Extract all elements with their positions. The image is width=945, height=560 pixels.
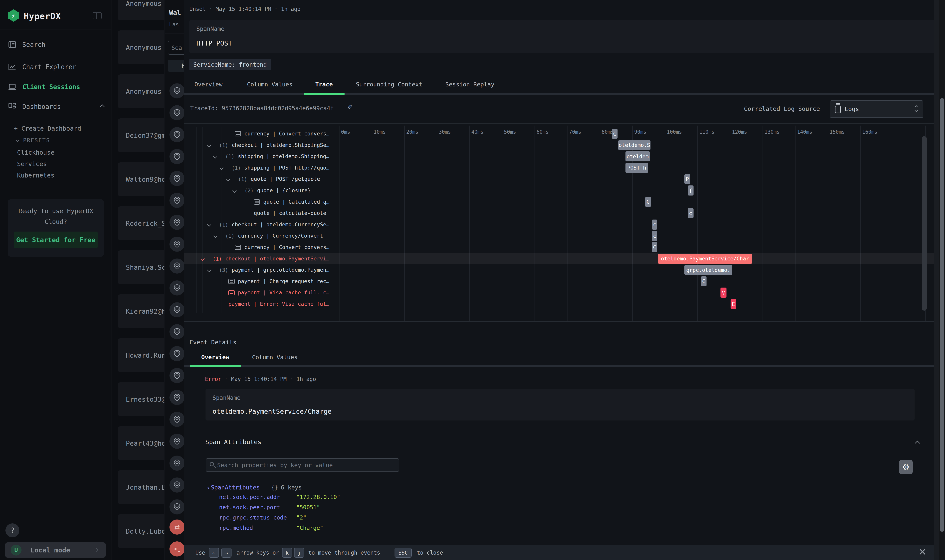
- span-duration-bar[interactable]: oteldemo.PaymentService/Char: [658, 254, 752, 264]
- session-pin-icon[interactable]: [170, 215, 184, 230]
- sidebar-item-chart-explorer[interactable]: Chart Explorer: [0, 58, 111, 76]
- edit-pencil-icon[interactable]: ✎: [347, 103, 353, 112]
- span-row-label[interactable]: checkout | oteldemo.ShippingSe…: [232, 142, 330, 148]
- span-row-label[interactable]: checkout | oteldemo.PaymentServi…: [225, 255, 329, 262]
- session-pin-icon[interactable]: [170, 302, 184, 317]
- session-pin-icon[interactable]: [170, 105, 184, 120]
- span-row-label[interactable]: payment | Visa cache full: c…: [238, 289, 329, 295]
- collapse-chevron-icon[interactable]: [226, 177, 230, 181]
- create-dashboard-button[interactable]: + Create Dashboard: [14, 125, 81, 132]
- span-duration-bar[interactable]: P: [684, 174, 690, 184]
- tab-surrounding-context[interactable]: Surrounding Context: [356, 81, 422, 88]
- span-row-label[interactable]: currency | Convert convers…: [244, 131, 330, 137]
- ed-tab-overview[interactable]: Overview: [201, 354, 230, 361]
- attribute-row[interactable]: rpc.grpc.status_code"2": [184, 514, 727, 523]
- collapse-chevron-icon[interactable]: [213, 234, 217, 238]
- span-row-label[interactable]: payment | Charge request rec…: [238, 278, 329, 284]
- span-row-label[interactable]: checkout | oteldemo.CurrencySe…: [232, 222, 330, 228]
- waterfall-scrollbar[interactable]: [922, 136, 927, 311]
- tab-session-replay[interactable]: Session Replay: [446, 81, 495, 88]
- session-pin-icon[interactable]: [170, 390, 184, 405]
- span-duration-bar[interactable]: C: [645, 197, 651, 207]
- service-name-badge[interactable]: ServiceName: frontend: [190, 59, 271, 70]
- local-mode-button[interactable]: U Local mode: [5, 542, 106, 558]
- session-pin-icon[interactable]: [170, 434, 184, 449]
- collapse-chevron-icon[interactable]: [207, 268, 211, 272]
- preset-item-kubernetes[interactable]: Kubernetes: [17, 172, 54, 179]
- error-terminal-icon[interactable]: >_: [170, 542, 184, 557]
- page-scrollbar-thumb[interactable]: [940, 98, 944, 532]
- attributes-settings-button[interactable]: ⚙: [899, 460, 913, 474]
- session-pin-icon[interactable]: [170, 83, 184, 98]
- presets-toggle[interactable]: PRESETS: [16, 137, 50, 143]
- sidebar-item-dashboards[interactable]: Dashboards: [0, 97, 111, 116]
- tab-overview[interactable]: Overview: [194, 81, 223, 88]
- session-pin-icon[interactable]: [170, 499, 184, 514]
- session-pin-icon[interactable]: [170, 171, 184, 186]
- span-duration-bar[interactable]: c: [652, 220, 657, 229]
- span-duration-bar[interactable]: C: [652, 242, 657, 252]
- span-row-label[interactable]: quote | POST /getquote: [251, 176, 320, 182]
- span-row-label[interactable]: quote | {closure}: [257, 188, 311, 193]
- span-duration-bar[interactable]: POST h: [626, 163, 648, 173]
- attributes-root-row[interactable]: ▾SpanAttributes{}6 keys: [207, 484, 302, 491]
- collapse-chevron-icon[interactable]: [220, 166, 224, 170]
- span-row-label[interactable]: quote | calculate-quote: [254, 210, 326, 216]
- collapse-chevron-icon[interactable]: [213, 154, 217, 158]
- session-pin-icon[interactable]: [170, 258, 184, 274]
- span-row-label[interactable]: payment | Error: Visa cache ful…: [228, 301, 329, 307]
- ed-tab-column-values[interactable]: Column Values: [252, 354, 298, 361]
- session-pin-icon[interactable]: [170, 346, 184, 361]
- session-filter-button[interactable]: H: [168, 60, 184, 72]
- session-pin-icon[interactable]: [170, 455, 184, 471]
- session-pin-icon[interactable]: [170, 193, 184, 208]
- span-duration-bar[interactable]: C: [612, 129, 618, 139]
- preset-item-clickhouse[interactable]: Clickhouse: [17, 149, 54, 156]
- error-swap-icon[interactable]: ⇄: [170, 520, 184, 535]
- session-user-name: Anonymous: [126, 0, 162, 8]
- span-duration-bar[interactable]: E: [731, 299, 736, 309]
- span-duration-bar[interactable]: c: [688, 208, 694, 218]
- attribute-row[interactable]: rpc.method"Charge": [184, 525, 727, 534]
- span-row-label[interactable]: currency | Convert convers…: [244, 244, 330, 250]
- session-pin-icon[interactable]: [170, 280, 184, 295]
- session-pin-icon[interactable]: [170, 127, 184, 142]
- help-button[interactable]: ?: [5, 523, 19, 537]
- session-pin-icon[interactable]: [170, 368, 184, 383]
- collapse-section-icon[interactable]: [915, 441, 920, 446]
- session-pin-icon[interactable]: [170, 237, 184, 252]
- span-duration-bar[interactable]: grpc.oteldemo.: [684, 265, 732, 275]
- span-duration-bar[interactable]: c: [652, 231, 657, 241]
- span-row-label[interactable]: currency | Currency/Convert: [238, 233, 323, 239]
- collapse-sidebar-icon[interactable]: [92, 12, 102, 19]
- span-duration-bar[interactable]: {: [688, 185, 694, 195]
- error-span-value: oteldemo.PaymentService/Charge: [213, 408, 331, 415]
- collapse-chevron-icon[interactable]: [233, 189, 237, 192]
- preset-item-services[interactable]: Services: [17, 160, 47, 168]
- span-duration-bar[interactable]: oteldem: [626, 151, 650, 162]
- attributes-search-input[interactable]: Search properties by key or value: [206, 458, 399, 472]
- sidebar-item-client-sessions[interactable]: Client Sessions: [0, 77, 111, 96]
- span-row-label[interactable]: payment | grpc.oteldemo.Paymen…: [232, 267, 330, 273]
- session-pin-icon[interactable]: [170, 477, 184, 492]
- log-source-select[interactable]: Logs: [830, 100, 923, 118]
- session-pin-icon[interactable]: [170, 412, 184, 427]
- attribute-row[interactable]: net.sock.peer.port"50051": [184, 504, 727, 513]
- span-row-label[interactable]: quote | Calculated q…: [263, 199, 330, 205]
- collapse-chevron-icon[interactable]: [207, 223, 211, 227]
- tab-column-values[interactable]: Column Values: [247, 81, 293, 88]
- span-row-label[interactable]: shipping | oteldemo.Shipping…: [238, 153, 329, 159]
- span-duration-bar[interactable]: C: [701, 276, 706, 286]
- attribute-row[interactable]: net.sock.peer.addr"172.28.0.10": [184, 494, 727, 503]
- tab-trace[interactable]: Trace: [315, 81, 333, 88]
- collapse-chevron-icon[interactable]: [207, 143, 211, 147]
- span-row-label[interactable]: shipping | POST http://quo…: [244, 165, 330, 171]
- session-search-input[interactable]: Sea: [168, 41, 184, 55]
- span-duration-bar[interactable]: V: [720, 288, 726, 298]
- close-icon[interactable]: ×: [918, 546, 927, 557]
- sidebar-item-search[interactable]: Search: [0, 35, 111, 54]
- span-duration-bar[interactable]: oteldemo.S: [618, 140, 651, 150]
- get-started-button[interactable]: Get Started for Free: [14, 232, 98, 248]
- session-pin-icon[interactable]: [170, 149, 184, 164]
- session-pin-icon[interactable]: [170, 324, 184, 339]
